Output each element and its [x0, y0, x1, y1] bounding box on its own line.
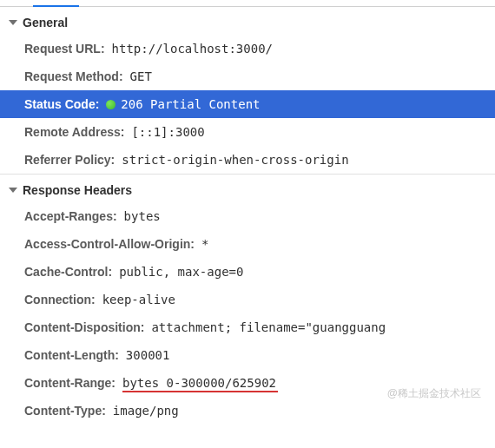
chevron-down-icon	[9, 188, 17, 193]
label: Request Method:	[24, 68, 123, 85]
value: public, max-age=0	[119, 263, 243, 280]
label: Referrer Policy:	[24, 151, 115, 168]
value: 300001	[126, 346, 170, 364]
label: Content-Disposition:	[24, 319, 144, 336]
value: keep-alive	[102, 291, 175, 308]
label: Content-Range:	[24, 374, 116, 392]
row-request-url: Request URL: http://localhost:3000/	[0, 35, 495, 63]
tab-bar	[0, 0, 495, 7]
label: Content-Type:	[24, 402, 106, 419]
section-title: General	[23, 16, 68, 30]
value: strict-origin-when-cross-origin	[122, 151, 348, 168]
label: Request URL:	[24, 40, 105, 57]
value: http://localhost:3000/	[112, 40, 273, 57]
row-accept-ranges: Accept-Ranges: bytes	[0, 202, 495, 230]
status-dot-icon	[106, 100, 116, 109]
row-remote-address: Remote Address: [::1]:3000	[0, 118, 495, 146]
status-text: 206 Partial Content	[121, 97, 260, 111]
label: Access-Control-Allow-Origin:	[24, 235, 195, 253]
row-content-range: Content-Range: bytes 0-300000/625902	[0, 369, 495, 397]
row-referrer-policy: Referrer Policy: strict-origin-when-cros…	[0, 146, 495, 174]
value: 206 Partial Content	[106, 96, 260, 113]
value: GET	[130, 68, 152, 85]
value: bytes	[124, 208, 161, 225]
row-content-disposition: Content-Disposition: attachment; filenam…	[0, 313, 495, 341]
row-request-method: Request Method: GET	[0, 63, 495, 90]
active-tab-indicator	[33, 5, 79, 7]
section-title: Response Headers	[23, 183, 132, 197]
label: Accept-Ranges:	[24, 208, 117, 225]
value: image/png	[113, 402, 179, 419]
section-general-header[interactable]: General	[0, 7, 495, 35]
label: Content-Length:	[24, 346, 119, 364]
label: Connection:	[24, 291, 96, 308]
label: Status Code:	[24, 96, 99, 113]
row-content-length: Content-Length: 300001	[0, 341, 495, 369]
row-content-type: Content-Type: image/png	[0, 397, 495, 425]
value: *	[201, 235, 208, 253]
value: bytes 0-300000/625902	[122, 374, 276, 392]
value: [::1]:3000	[131, 123, 204, 141]
label: Cache-Control:	[24, 263, 112, 280]
row-status-code: Status Code: 206 Partial Content	[0, 90, 495, 118]
row-acao: Access-Control-Allow-Origin: *	[0, 230, 495, 258]
section-response-headers-header[interactable]: Response Headers	[0, 175, 495, 202]
row-cache-control: Cache-Control: public, max-age=0	[0, 258, 495, 286]
content-range-underlined: bytes 0-300000/625902	[122, 376, 276, 390]
value: attachment; filename="guangguang	[151, 319, 386, 336]
chevron-down-icon	[9, 20, 17, 25]
row-connection: Connection: keep-alive	[0, 286, 495, 313]
label: Remote Address:	[24, 123, 124, 141]
